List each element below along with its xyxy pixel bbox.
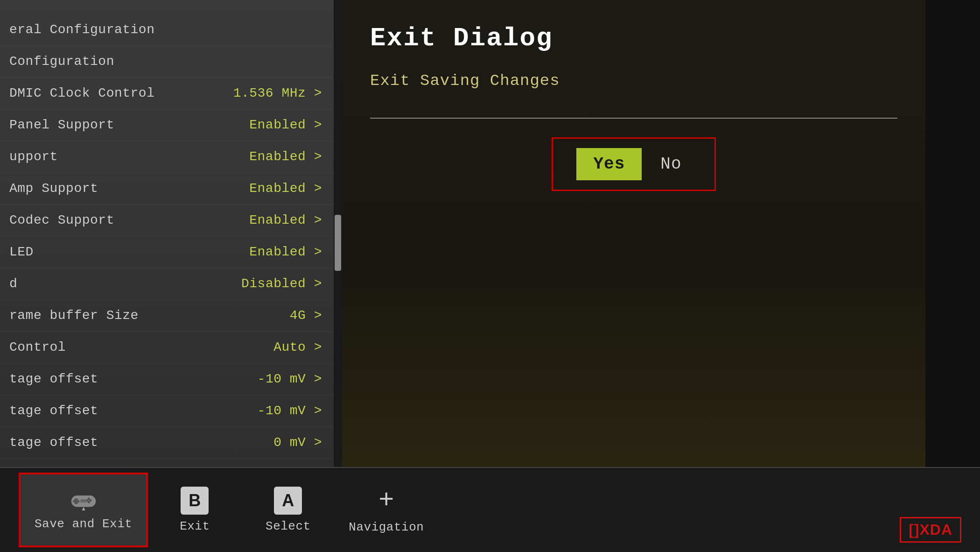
settings-item-value: -10 mV >	[258, 403, 322, 418]
exit-dialog-panel: Exit Dialog Exit Saving Changes Yes No	[342, 0, 925, 467]
settings-item-label: Configuration	[9, 54, 114, 69]
settings-item-value: 0 mV >	[273, 435, 322, 450]
settings-item-label: tage offset	[9, 435, 98, 450]
settings-item-value: Enabled >	[249, 181, 322, 196]
settings-item-label: tage offset	[9, 372, 98, 386]
gamepad-icon: ▲	[67, 489, 100, 512]
svg-rect-5	[87, 497, 90, 500]
settings-item-label: tage offset	[9, 403, 98, 418]
settings-item-label: DMIC Clock Control	[9, 86, 154, 100]
plus-icon: +	[378, 486, 394, 516]
settings-item[interactable]: dDisabled >	[0, 268, 341, 300]
svg-text:▲: ▲	[81, 505, 86, 512]
exit-label: Exit	[180, 519, 210, 533]
svg-rect-7	[80, 499, 87, 502]
settings-item-label: Amp Support	[9, 181, 98, 196]
settings-item[interactable]: LEDEnabled >	[0, 236, 341, 268]
settings-item[interactable]: eral Configuration	[0, 14, 341, 46]
settings-item[interactable]: Configuration	[0, 46, 341, 78]
b-button-icon: B	[181, 487, 209, 515]
exit-dialog-title: Exit Dialog	[370, 23, 897, 53]
settings-item-label: Codec Support	[9, 213, 114, 227]
a-button-icon: A	[274, 487, 302, 515]
settings-item-value: 4G >	[290, 308, 322, 323]
settings-item-value: -10 mV >	[258, 372, 322, 386]
settings-item-label: LED	[9, 245, 34, 259]
settings-item-value: Enabled >	[249, 245, 322, 259]
svg-rect-2	[73, 500, 79, 502]
scrollbar-thumb[interactable]	[335, 215, 341, 271]
xda-logo: []XDA	[900, 517, 961, 543]
settings-item-value: 1.536 MHz >	[233, 86, 322, 100]
settings-item[interactable]: Amp SupportEnabled >	[0, 173, 341, 205]
settings-item-value: Auto >	[273, 340, 322, 354]
settings-item[interactable]: tage offset0 mV >	[0, 427, 341, 459]
settings-item[interactable]: ControlAuto >	[0, 332, 341, 363]
settings-item-label: eral Configuration	[9, 22, 154, 37]
navigation-label: Navigation	[349, 520, 424, 534]
select-label: Select	[266, 519, 311, 533]
settings-panel: eral ConfigurationConfigurationDMIC Cloc…	[0, 0, 341, 467]
settings-item-value: Enabled >	[249, 149, 322, 164]
settings-item[interactable]: tage offset-10 mV >	[0, 395, 341, 427]
settings-item[interactable]: DMIC Clock Control1.536 MHz >	[0, 78, 341, 109]
no-button[interactable]: No	[651, 148, 691, 180]
settings-item-label: Panel Support	[9, 118, 114, 132]
right-dark-area	[925, 0, 980, 467]
settings-item[interactable]: Codec SupportEnabled >	[0, 205, 341, 236]
exit-dialog-divider	[370, 118, 897, 119]
save-and-exit-button[interactable]: ▲ Save and Exit	[19, 473, 148, 547]
exit-button[interactable]: B Exit	[148, 473, 241, 547]
settings-item-value: Enabled >	[249, 213, 322, 227]
bottom-toolbar: ▲ Save and Exit B Exit A Select + Naviga…	[0, 467, 980, 552]
yes-no-dialog-container: Yes No	[552, 137, 715, 191]
exit-dialog-subtitle: Exit Saving Changes	[370, 72, 897, 90]
svg-rect-6	[87, 501, 90, 503]
settings-item-label: d	[9, 276, 17, 291]
save-and-exit-label: Save and Exit	[35, 517, 132, 531]
settings-item-label: rame buffer Size	[9, 308, 139, 323]
yes-button[interactable]: Yes	[576, 148, 642, 180]
navigation-button[interactable]: + Navigation	[335, 473, 438, 547]
settings-item-label: Control	[9, 340, 66, 354]
settings-item-value: Disabled >	[241, 276, 322, 291]
settings-item[interactable]: rame buffer Size4G >	[0, 300, 341, 332]
select-button[interactable]: A Select	[241, 473, 335, 547]
settings-item[interactable]: tage offset-10 mV >	[0, 363, 341, 395]
settings-item[interactable]: upportEnabled >	[0, 141, 341, 173]
settings-item-value: Enabled >	[249, 118, 322, 132]
exit-dialog-buttons-wrapper: Yes No	[370, 137, 897, 191]
settings-item-label: upport	[9, 149, 58, 164]
settings-item[interactable]: Panel SupportEnabled >	[0, 109, 341, 141]
scrollbar-divider	[334, 0, 342, 467]
